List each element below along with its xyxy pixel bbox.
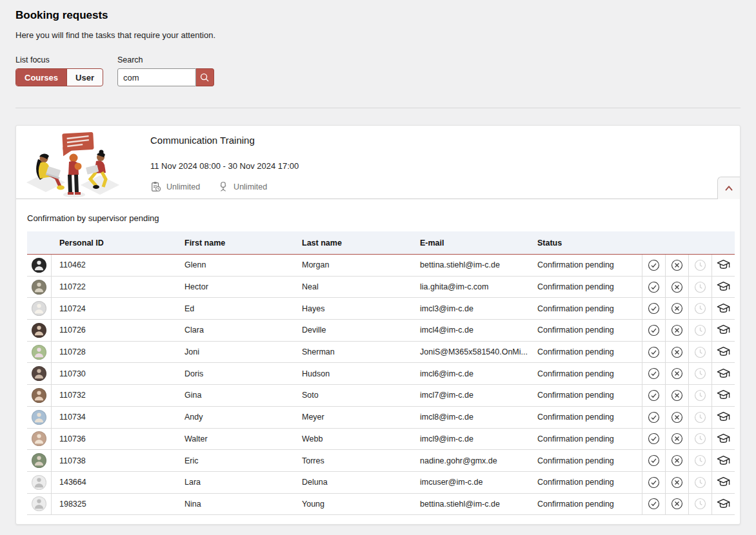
waiting-list-cell	[688, 407, 711, 428]
clock-icon	[694, 324, 706, 336]
decline-button[interactable]	[666, 320, 688, 341]
table-row: 110730 Doris Hudson imcl6@im-c.de Confir…	[27, 363, 735, 385]
first-name-cell: Ed	[177, 304, 294, 313]
avatar-cell	[27, 450, 52, 471]
email-cell: JoniS@M365x581540.OnMi...	[412, 347, 530, 356]
clock-icon	[694, 433, 706, 445]
decline-button[interactable]	[666, 342, 688, 363]
decline-cell	[665, 298, 688, 319]
search-label: Search	[117, 55, 214, 64]
graduate-cell	[711, 494, 735, 515]
approve-button[interactable]	[642, 298, 665, 319]
status-cell: Confirmation pending	[530, 413, 642, 422]
check-circle-icon	[648, 367, 660, 380]
course-illustration-image	[24, 131, 122, 198]
graduate-button[interactable]	[712, 298, 735, 319]
graduate-button[interactable]	[712, 342, 735, 363]
avatar-cell	[27, 429, 52, 450]
course-illustration	[16, 126, 130, 199]
graduate-button[interactable]	[712, 363, 735, 384]
approve-cell	[642, 298, 665, 319]
avatar	[32, 258, 46, 273]
approve-cell	[642, 385, 665, 406]
personal-id-cell: 110738	[52, 456, 177, 465]
decline-button[interactable]	[666, 429, 688, 450]
decline-button[interactable]	[666, 472, 688, 493]
collapse-button[interactable]	[717, 177, 740, 199]
decline-button[interactable]	[666, 385, 688, 406]
approve-button[interactable]	[642, 277, 665, 298]
decline-button[interactable]	[666, 255, 688, 276]
search-input[interactable]	[117, 68, 196, 86]
decline-cell	[665, 342, 688, 363]
avatar-cell	[27, 363, 52, 384]
graduate-button[interactable]	[712, 277, 735, 298]
approve-button[interactable]	[642, 407, 665, 428]
first-name-cell: Walter	[177, 434, 294, 443]
decline-button[interactable]	[666, 407, 688, 428]
waiting-list-cell	[688, 494, 711, 515]
status-cell: Confirmation pending	[530, 260, 642, 269]
graduation-cap-icon	[717, 389, 730, 401]
approve-button[interactable]	[642, 363, 665, 384]
decline-button[interactable]	[666, 363, 688, 384]
email-cell: imcuser@im-c.de	[412, 478, 530, 487]
decline-button[interactable]	[666, 450, 688, 471]
toggle-courses-button[interactable]: Courses	[16, 69, 66, 86]
decline-button[interactable]	[666, 494, 688, 515]
graduate-button[interactable]	[712, 429, 735, 450]
graduate-button[interactable]	[712, 494, 735, 515]
approve-button[interactable]	[642, 320, 665, 341]
waiting-list-button	[689, 472, 711, 493]
approve-button[interactable]	[642, 450, 665, 471]
email-cell: bettina.stiehl@im-c.de	[412, 500, 530, 509]
graduate-button[interactable]	[712, 320, 735, 341]
check-circle-icon	[648, 476, 660, 489]
person-silhouette-icon	[32, 258, 46, 272]
person-silhouette-icon	[32, 366, 46, 380]
waiting-list-cell	[688, 385, 711, 406]
approve-button[interactable]	[642, 472, 665, 493]
person-silhouette-icon	[32, 280, 46, 294]
decline-button[interactable]	[666, 277, 688, 298]
approve-button[interactable]	[642, 385, 665, 406]
graduate-button[interactable]	[712, 472, 735, 493]
approve-button[interactable]	[642, 429, 665, 450]
graduate-button[interactable]	[712, 385, 735, 406]
avatar	[32, 496, 46, 511]
graduate-button[interactable]	[712, 407, 735, 428]
course-card: Communication Training 11 Nov 2024 08:00…	[15, 125, 741, 525]
status-cell: Confirmation pending	[530, 456, 642, 465]
waiting-list-button	[689, 494, 711, 515]
person-silhouette-icon	[32, 410, 46, 424]
approve-button[interactable]	[642, 342, 665, 363]
avatar-cell	[27, 385, 52, 406]
list-focus-label: List focus	[15, 55, 103, 64]
avatar	[32, 366, 46, 381]
search-icon	[199, 72, 210, 83]
search-button[interactable]	[196, 68, 214, 86]
waiting-list-button	[689, 429, 711, 450]
avatar	[32, 431, 46, 446]
section-title: Confirmation by supervisor pending	[27, 213, 729, 223]
person-silhouette-icon	[32, 301, 46, 315]
first-name-cell: Hector	[177, 282, 294, 291]
graduate-button[interactable]	[712, 450, 735, 471]
approve-cell	[642, 472, 665, 493]
page: Booking requests Here you will find the …	[0, 0, 756, 525]
first-name-cell: Lara	[177, 478, 294, 487]
decline-button[interactable]	[666, 298, 688, 319]
graduate-cell	[711, 255, 735, 276]
email-cell: imcl7@im-c.de	[412, 391, 530, 400]
toggle-user-button[interactable]: User	[66, 69, 103, 86]
table-row: 110726 Clara Deville imcl4@im-c.de Confi…	[27, 320, 735, 342]
graduate-button[interactable]	[712, 255, 735, 276]
graduate-cell	[711, 277, 735, 298]
x-circle-icon	[671, 367, 683, 380]
avatar	[32, 453, 46, 468]
clock-icon	[694, 476, 706, 489]
approve-button[interactable]	[642, 494, 665, 515]
approve-button[interactable]	[642, 255, 665, 276]
graduation-cap-icon	[717, 259, 730, 271]
check-circle-icon	[648, 324, 660, 336]
